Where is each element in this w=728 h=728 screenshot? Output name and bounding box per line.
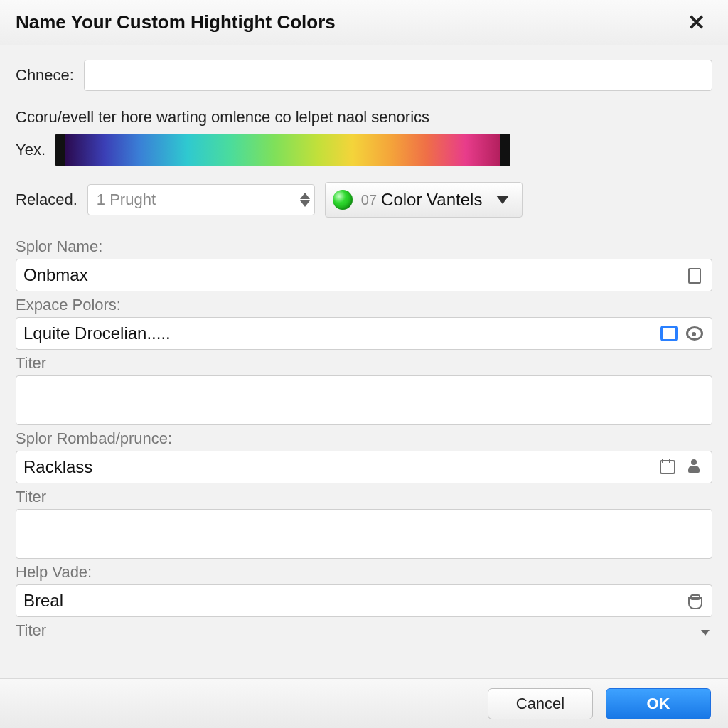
expace-polors-label: Expace Polors:	[16, 296, 712, 314]
square-icon[interactable]	[660, 326, 678, 341]
relaced-label: Relaced.	[16, 191, 77, 209]
titer1-section: Titer	[16, 354, 712, 425]
yex-label: Yex.	[16, 141, 46, 159]
titer1-input[interactable]	[16, 375, 712, 425]
titer2-label: Titer	[16, 488, 712, 506]
relaced-spinner[interactable]: 1 Prught	[87, 184, 315, 215]
dialog-footer: Cancel OK	[0, 678, 728, 728]
splor-rombad-section: Splor Rombad/prunce: Racklass	[16, 429, 712, 483]
color-vantels-dropdown[interactable]: 07 Color Vantels	[325, 182, 523, 218]
ok-button-label: OK	[647, 695, 670, 713]
spinner-up-icon[interactable]	[300, 193, 310, 199]
cancel-button-label: Cancel	[516, 695, 564, 713]
help-vade-section: Help Vade: Breal	[16, 563, 712, 617]
expace-polors-value: Lquite Drocelian.....	[23, 323, 171, 343]
spinner-arrows	[300, 193, 310, 207]
person-icon[interactable]	[685, 459, 705, 476]
relaced-spinner-value: 1 Prught	[97, 191, 156, 209]
splor-rombad-input[interactable]: Racklass	[16, 451, 712, 483]
chevron-down-icon[interactable]	[701, 630, 710, 636]
green-orb-icon	[333, 190, 353, 210]
help-vade-input[interactable]: Breal	[16, 584, 712, 617]
splor-name-input[interactable]: Onbmax	[16, 259, 712, 291]
chnece-label: Chnece:	[16, 66, 74, 85]
splor-name-section: Splor Name: Onbmax	[16, 237, 712, 291]
gear-icon[interactable]	[685, 325, 705, 342]
splor-name-value: Onbmax	[23, 265, 88, 285]
color-spectrum[interactable]	[55, 134, 510, 166]
color-combo-label: Color Vantels	[381, 190, 482, 210]
titer2-input[interactable]	[16, 509, 712, 559]
titer1-label: Titer	[16, 354, 712, 373]
calendar-icon[interactable]	[658, 459, 678, 476]
help-vade-label: Help Vade:	[16, 563, 712, 582]
titer2-section: Titer	[16, 488, 712, 559]
splor-rombad-value: Racklass	[23, 457, 92, 477]
dialog-window: Name Your Custom Hightight Colors ✕ Chne…	[0, 0, 728, 728]
help-vade-value: Breal	[23, 591, 63, 611]
description-text: Ccoru/evell ter hore warting omlence co …	[16, 108, 712, 127]
spinner-down-icon[interactable]	[300, 200, 310, 207]
relaced-row: Relaced. 1 Prught 07 Color Vantels	[16, 182, 712, 218]
expace-polors-section: Expace Polors: Lquite Drocelian.....	[16, 296, 712, 350]
cancel-button[interactable]: Cancel	[488, 688, 593, 719]
close-button[interactable]: ✕	[680, 7, 712, 38]
yex-row: Yex.	[16, 134, 712, 166]
document-icon[interactable]	[685, 267, 705, 284]
dialog-title: Name Your Custom Hightight Colors	[16, 11, 336, 33]
jar-icon[interactable]	[685, 592, 705, 609]
color-code: 07	[361, 192, 377, 208]
chnece-input[interactable]	[84, 60, 712, 91]
titer3-label: Titer	[16, 621, 46, 640]
splor-rombad-label: Splor Rombad/prunce:	[16, 429, 712, 448]
titer3-section: Titer	[16, 621, 712, 640]
chevron-down-icon	[496, 196, 509, 204]
chnece-row: Chnece:	[16, 60, 712, 91]
titlebar: Name Your Custom Hightight Colors ✕	[0, 0, 728, 46]
close-icon: ✕	[687, 11, 705, 34]
dialog-content: Chnece: Ccoru/evell ter hore warting oml…	[0, 46, 728, 678]
splor-name-label: Splor Name:	[16, 237, 712, 256]
ok-button[interactable]: OK	[606, 688, 711, 719]
expace-polors-input[interactable]: Lquite Drocelian.....	[16, 317, 712, 350]
